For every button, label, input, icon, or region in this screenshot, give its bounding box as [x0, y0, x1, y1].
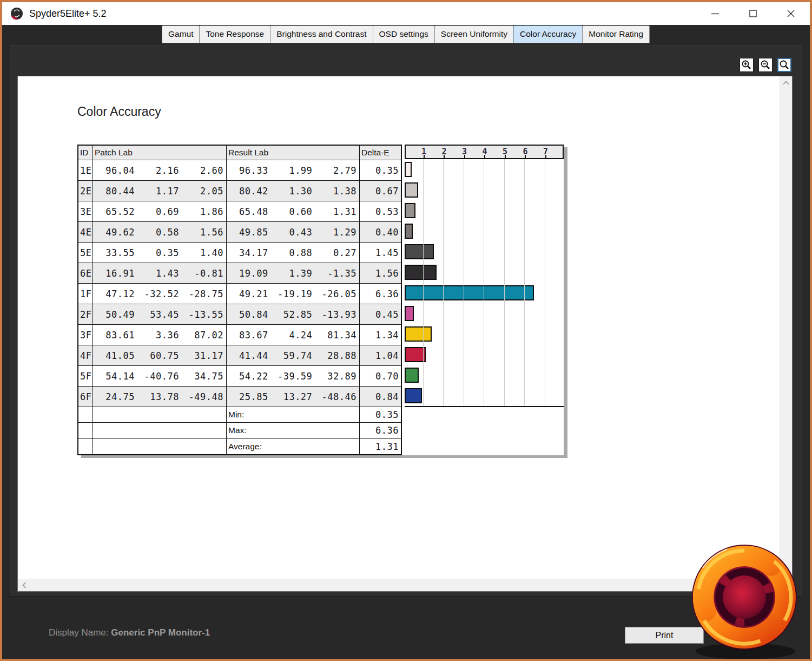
chart-gridline — [423, 159, 424, 407]
table-row: 4E49.620.581.5649.850.431.290.40 — [78, 222, 401, 243]
scroll-left-button[interactable] — [19, 579, 30, 591]
lab-cell: 49.620.581.56 — [93, 222, 227, 242]
chart-gridline — [464, 159, 464, 407]
maximize-button[interactable] — [734, 2, 772, 25]
table-row: 1E96.042.162.6096.331.992.790.35 — [78, 160, 401, 181]
lab-cell: 80.441.172.05 — [93, 181, 227, 201]
delta-bar — [405, 224, 413, 239]
delta-e-value: 1.45 — [360, 243, 401, 263]
summary-row-max: Max: 6.36 — [78, 423, 401, 439]
chevron-left-icon — [22, 582, 27, 588]
patch-lab-values: 16.911.43-0.81 — [93, 268, 226, 279]
zoom-reset-icon — [779, 60, 790, 70]
patch-lab-values: 54.14-40.7634.75 — [93, 371, 226, 382]
minimize-button[interactable] — [696, 2, 734, 25]
row-id-cell: 6F — [78, 387, 93, 407]
header-id: ID — [78, 146, 93, 160]
patch-lab-values: 65.520.691.86 — [93, 206, 226, 217]
lab-cell: 83.674.2481.34 — [227, 325, 360, 345]
patch-lab-values: 41.0560.7531.17 — [93, 350, 226, 361]
tab-color-accuracy[interactable]: Color Accuracy — [513, 25, 583, 43]
lab-cell: 49.21-19.19-26.05 — [227, 284, 360, 304]
lab-cell: 41.4459.7428.88 — [227, 345, 360, 365]
close-button[interactable] — [772, 2, 810, 25]
delta-bar — [405, 203, 415, 218]
lab-cell: 96.042.162.60 — [93, 160, 227, 180]
summary-value: 6.36 — [360, 423, 401, 438]
chart-gridline — [545, 159, 545, 407]
zoom-reset-button[interactable] — [777, 58, 791, 72]
result-lab-values: 41.4459.7428.88 — [227, 350, 359, 361]
delta-bar — [405, 306, 414, 321]
lab-cell: 49.850.431.29 — [227, 222, 360, 242]
tab-osd-settings[interactable]: OSD settings — [373, 25, 435, 43]
table-row: 5E33.550.351.4034.170.880.271.45 — [78, 243, 401, 263]
empty-cell — [78, 423, 93, 438]
chart-gridline — [504, 159, 505, 407]
patch-lab-values: 49.620.581.56 — [93, 227, 226, 238]
color-accuracy-report: ID Patch Lab Result Lab Delta-E 1E96.042… — [77, 145, 564, 455]
summary-label: Max: — [227, 423, 360, 438]
row-id-cell: 1E — [78, 160, 93, 180]
patch-lab-values: 24.7513.78-49.48 — [93, 391, 226, 402]
tab-gamut[interactable]: Gamut — [162, 25, 200, 43]
delta-e-value: 0.84 — [360, 387, 401, 407]
chart-axis-line — [405, 406, 564, 407]
row-id-cell: 4E — [78, 222, 93, 242]
empty-cell — [93, 423, 227, 438]
minimize-icon — [710, 9, 720, 18]
close-icon — [786, 9, 796, 18]
horizontal-scrollbar[interactable] — [18, 579, 780, 591]
tab-brightness-and-contrast[interactable]: Brightness and Contrast — [270, 25, 373, 43]
lab-cell: 19.091.39-1.35 — [227, 263, 360, 283]
patch-lab-values: 96.042.162.60 — [93, 165, 226, 176]
zoom-toolbar — [740, 58, 791, 72]
lab-cell: 24.7513.78-49.48 — [93, 387, 227, 407]
page-title: Color Accuracy — [77, 104, 161, 119]
zoom-out-icon — [760, 60, 771, 70]
row-id-cell: 6E — [78, 263, 93, 283]
window-controls — [696, 2, 810, 25]
row-id-cell: 3F — [78, 325, 93, 345]
delta-e-value: 1.34 — [360, 325, 401, 345]
tab-screen-uniformity[interactable]: Screen Uniformity — [434, 25, 514, 43]
delta-e-value: 6.36 — [360, 284, 401, 304]
lab-cell: 50.8452.85-13.93 — [227, 304, 360, 324]
vertical-scrollbar[interactable] — [780, 76, 792, 579]
display-name-value: Generic PnP Monitor-1 — [111, 627, 210, 638]
titlebar: Spyder5Elite+ 5.2 — [2, 2, 810, 25]
tab-monitor-rating[interactable]: Monitor Rating — [582, 25, 650, 43]
display-name-label: Display Name: — [49, 627, 111, 638]
table-row: 4F41.0560.7531.1741.4459.7428.881.04 — [78, 345, 401, 366]
result-lab-values: 80.421.301.38 — [227, 186, 359, 197]
chart-gridline — [524, 159, 525, 407]
delta-e-value: 0.35 — [360, 160, 401, 180]
chart-gridline — [484, 159, 484, 407]
table-row: 1F47.12-32.52-28.7549.21-19.19-26.056.36 — [78, 284, 401, 304]
result-lab-values: 83.674.2481.34 — [227, 330, 359, 341]
lab-cell: 96.331.992.79 — [227, 160, 360, 180]
empty-cell — [93, 439, 227, 454]
delta-bar — [405, 244, 434, 259]
row-id-cell: 2F — [78, 304, 93, 324]
zoom-out-button[interactable] — [758, 58, 773, 72]
app-logo-icon — [10, 6, 24, 21]
patch-lab-values: 80.441.172.05 — [93, 186, 226, 197]
delta-e-value: 1.56 — [360, 263, 401, 283]
data-table: ID Patch Lab Result Lab Delta-E 1E96.042… — [77, 145, 402, 455]
lab-cell: 47.12-32.52-28.75 — [93, 284, 227, 304]
tab-tone-response[interactable]: Tone Response — [199, 25, 270, 43]
scroll-up-button[interactable] — [780, 77, 792, 88]
summary-row-min: Min: 0.35 — [78, 407, 401, 423]
delta-e-value: 0.40 — [360, 222, 401, 242]
lab-cell: 54.14-40.7634.75 — [93, 366, 227, 386]
patch-lab-values: 50.4953.45-13.55 — [93, 309, 226, 320]
lab-cell: 25.8513.27-48.46 — [227, 387, 360, 407]
delta-e-bar-chart: 1234567 — [405, 145, 564, 453]
delta-bar — [405, 285, 534, 300]
result-lab-values: 96.331.992.79 — [227, 165, 359, 176]
summary-label: Average: — [227, 439, 360, 454]
maximize-icon — [748, 9, 758, 18]
row-id-cell: 3E — [78, 201, 93, 221]
zoom-in-button[interactable] — [740, 58, 754, 72]
